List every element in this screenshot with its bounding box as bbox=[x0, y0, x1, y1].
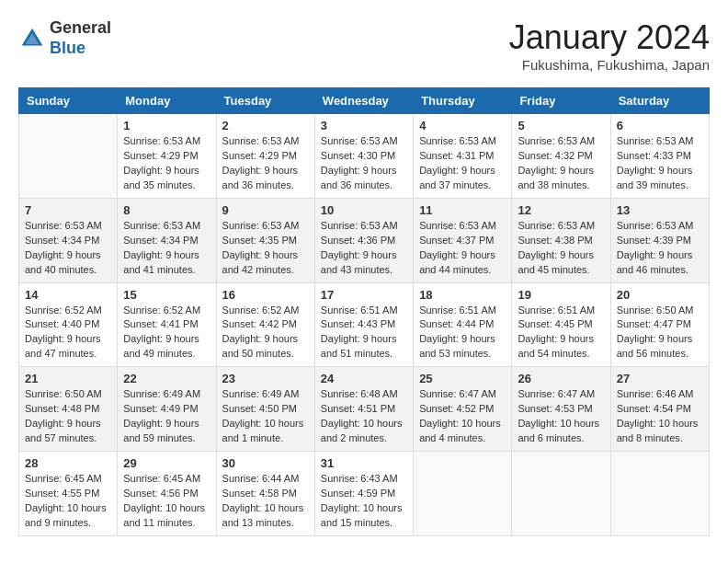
calendar-week-4: 21Sunrise: 6:50 AM Sunset: 4:48 PM Dayli… bbox=[19, 367, 710, 452]
day-number: 25 bbox=[419, 372, 506, 385]
day-info: Sunrise: 6:53 AM Sunset: 4:35 PM Dayligh… bbox=[222, 219, 309, 278]
logo-blue-text: Blue bbox=[50, 39, 111, 59]
day-number: 7 bbox=[25, 203, 111, 217]
col-thursday: Thursday bbox=[414, 88, 512, 114]
day-info: Sunrise: 6:49 AM Sunset: 4:50 PM Dayligh… bbox=[222, 387, 309, 446]
day-number: 22 bbox=[123, 372, 210, 385]
table-row: 16Sunrise: 6:52 AM Sunset: 4:42 PM Dayli… bbox=[216, 282, 314, 367]
logo-general-text: General bbox=[50, 18, 111, 39]
day-number: 19 bbox=[518, 288, 604, 302]
day-number: 31 bbox=[321, 456, 407, 470]
table-row: 31Sunrise: 6:43 AM Sunset: 4:59 PM Dayli… bbox=[314, 452, 413, 536]
table-row: 29Sunrise: 6:45 AM Sunset: 4:56 PM Dayli… bbox=[118, 452, 216, 536]
month-title: January 2024 bbox=[509, 18, 710, 57]
page-header: General Blue January 2024 Fukushima, Fuk… bbox=[18, 18, 710, 73]
day-info: Sunrise: 6:53 AM Sunset: 4:34 PM Dayligh… bbox=[123, 219, 210, 278]
day-info: Sunrise: 6:48 AM Sunset: 4:51 PM Dayligh… bbox=[321, 387, 407, 446]
day-number: 27 bbox=[617, 372, 703, 385]
day-info: Sunrise: 6:53 AM Sunset: 4:31 PM Dayligh… bbox=[419, 134, 506, 193]
table-row: 4Sunrise: 6:53 AM Sunset: 4:31 PM Daylig… bbox=[414, 114, 512, 199]
table-row: 28Sunrise: 6:45 AM Sunset: 4:55 PM Dayli… bbox=[19, 452, 118, 536]
day-number: 23 bbox=[222, 372, 309, 385]
table-row: 27Sunrise: 6:46 AM Sunset: 4:54 PM Dayli… bbox=[610, 367, 709, 452]
day-number: 18 bbox=[419, 288, 506, 302]
day-info: Sunrise: 6:53 AM Sunset: 4:30 PM Dayligh… bbox=[321, 134, 407, 193]
day-number: 16 bbox=[222, 288, 309, 302]
day-info: Sunrise: 6:47 AM Sunset: 4:53 PM Dayligh… bbox=[518, 387, 604, 446]
day-info: Sunrise: 6:51 AM Sunset: 4:43 PM Dayligh… bbox=[321, 304, 407, 362]
day-info: Sunrise: 6:53 AM Sunset: 4:39 PM Dayligh… bbox=[617, 219, 703, 278]
location-title: Fukushima, Fukushima, Japan bbox=[509, 57, 710, 73]
day-info: Sunrise: 6:53 AM Sunset: 4:34 PM Dayligh… bbox=[25, 219, 111, 278]
day-info: Sunrise: 6:51 AM Sunset: 4:45 PM Dayligh… bbox=[518, 304, 604, 362]
col-friday: Friday bbox=[512, 88, 610, 114]
day-number: 4 bbox=[419, 119, 506, 132]
day-info: Sunrise: 6:52 AM Sunset: 4:41 PM Dayligh… bbox=[123, 304, 210, 362]
col-sunday: Sunday bbox=[19, 88, 118, 114]
table-row: 14Sunrise: 6:52 AM Sunset: 4:40 PM Dayli… bbox=[19, 282, 118, 367]
day-number: 21 bbox=[25, 372, 111, 385]
table-row: 7Sunrise: 6:53 AM Sunset: 4:34 PM Daylig… bbox=[19, 198, 118, 282]
day-info: Sunrise: 6:50 AM Sunset: 4:48 PM Dayligh… bbox=[25, 387, 111, 446]
day-info: Sunrise: 6:52 AM Sunset: 4:42 PM Dayligh… bbox=[222, 304, 309, 362]
day-number: 14 bbox=[25, 288, 111, 302]
table-row: 6Sunrise: 6:53 AM Sunset: 4:33 PM Daylig… bbox=[610, 114, 709, 199]
table-row: 24Sunrise: 6:48 AM Sunset: 4:51 PM Dayli… bbox=[314, 367, 413, 452]
table-row bbox=[19, 114, 118, 199]
day-number: 2 bbox=[222, 119, 309, 132]
day-number: 15 bbox=[123, 288, 210, 302]
day-number: 3 bbox=[321, 119, 407, 132]
col-saturday: Saturday bbox=[610, 88, 709, 114]
table-row: 15Sunrise: 6:52 AM Sunset: 4:41 PM Dayli… bbox=[118, 282, 216, 367]
table-row: 8Sunrise: 6:53 AM Sunset: 4:34 PM Daylig… bbox=[118, 198, 216, 282]
day-info: Sunrise: 6:53 AM Sunset: 4:29 PM Dayligh… bbox=[222, 134, 309, 193]
table-row: 22Sunrise: 6:49 AM Sunset: 4:49 PM Dayli… bbox=[118, 367, 216, 452]
table-row: 19Sunrise: 6:51 AM Sunset: 4:45 PM Dayli… bbox=[512, 282, 610, 367]
day-number: 10 bbox=[321, 203, 407, 217]
calendar-week-5: 28Sunrise: 6:45 AM Sunset: 4:55 PM Dayli… bbox=[19, 452, 710, 536]
day-info: Sunrise: 6:46 AM Sunset: 4:54 PM Dayligh… bbox=[617, 387, 703, 446]
table-row bbox=[512, 452, 610, 536]
day-number: 20 bbox=[617, 288, 703, 302]
day-number: 28 bbox=[25, 456, 111, 470]
calendar-header-row: Sunday Monday Tuesday Wednesday Thursday… bbox=[19, 88, 710, 114]
table-row: 25Sunrise: 6:47 AM Sunset: 4:52 PM Dayli… bbox=[414, 367, 512, 452]
day-number: 17 bbox=[321, 288, 407, 302]
table-row: 23Sunrise: 6:49 AM Sunset: 4:50 PM Dayli… bbox=[216, 367, 314, 452]
col-wednesday: Wednesday bbox=[314, 88, 413, 114]
day-number: 13 bbox=[617, 203, 703, 217]
calendar-week-2: 7Sunrise: 6:53 AM Sunset: 4:34 PM Daylig… bbox=[19, 198, 710, 282]
table-row: 9Sunrise: 6:53 AM Sunset: 4:35 PM Daylig… bbox=[216, 198, 314, 282]
calendar-week-3: 14Sunrise: 6:52 AM Sunset: 4:40 PM Dayli… bbox=[19, 282, 710, 367]
day-info: Sunrise: 6:45 AM Sunset: 4:56 PM Dayligh… bbox=[123, 472, 210, 531]
day-info: Sunrise: 6:53 AM Sunset: 4:29 PM Dayligh… bbox=[123, 134, 210, 193]
table-row: 17Sunrise: 6:51 AM Sunset: 4:43 PM Dayli… bbox=[314, 282, 413, 367]
table-row: 5Sunrise: 6:53 AM Sunset: 4:32 PM Daylig… bbox=[512, 114, 610, 199]
day-info: Sunrise: 6:53 AM Sunset: 4:38 PM Dayligh… bbox=[518, 219, 604, 278]
day-info: Sunrise: 6:44 AM Sunset: 4:58 PM Dayligh… bbox=[222, 472, 309, 531]
table-row: 1Sunrise: 6:53 AM Sunset: 4:29 PM Daylig… bbox=[118, 114, 216, 199]
day-info: Sunrise: 6:52 AM Sunset: 4:40 PM Dayligh… bbox=[25, 304, 111, 362]
day-info: Sunrise: 6:43 AM Sunset: 4:59 PM Dayligh… bbox=[321, 472, 407, 531]
day-number: 5 bbox=[518, 119, 604, 132]
day-info: Sunrise: 6:50 AM Sunset: 4:47 PM Dayligh… bbox=[617, 304, 703, 362]
logo-icon bbox=[18, 25, 46, 52]
day-number: 29 bbox=[123, 456, 210, 470]
table-row: 21Sunrise: 6:50 AM Sunset: 4:48 PM Dayli… bbox=[19, 367, 118, 452]
day-info: Sunrise: 6:53 AM Sunset: 4:33 PM Dayligh… bbox=[617, 134, 703, 193]
table-row: 26Sunrise: 6:47 AM Sunset: 4:53 PM Dayli… bbox=[512, 367, 610, 452]
day-info: Sunrise: 6:53 AM Sunset: 4:36 PM Dayligh… bbox=[321, 219, 407, 278]
col-monday: Monday bbox=[118, 88, 216, 114]
day-info: Sunrise: 6:49 AM Sunset: 4:49 PM Dayligh… bbox=[123, 387, 210, 446]
table-row: 20Sunrise: 6:50 AM Sunset: 4:47 PM Dayli… bbox=[610, 282, 709, 367]
day-number: 1 bbox=[123, 119, 210, 132]
day-number: 12 bbox=[518, 203, 604, 217]
logo-text: General Blue bbox=[50, 18, 111, 58]
table-row bbox=[610, 452, 709, 536]
table-row bbox=[414, 452, 512, 536]
day-number: 9 bbox=[222, 203, 309, 217]
table-row: 12Sunrise: 6:53 AM Sunset: 4:38 PM Dayli… bbox=[512, 198, 610, 282]
day-number: 6 bbox=[617, 119, 703, 132]
table-row: 18Sunrise: 6:51 AM Sunset: 4:44 PM Dayli… bbox=[414, 282, 512, 367]
calendar-week-1: 1Sunrise: 6:53 AM Sunset: 4:29 PM Daylig… bbox=[19, 114, 710, 199]
